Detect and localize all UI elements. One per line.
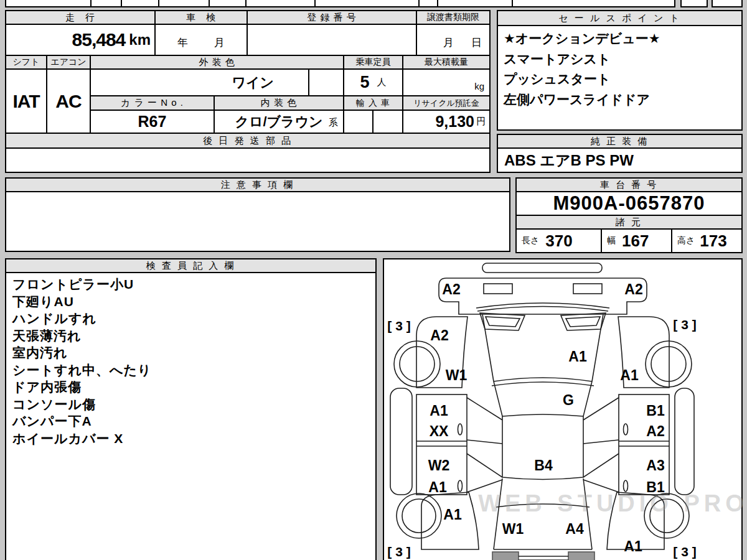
capacity-number: 5	[360, 73, 369, 92]
later-parts-value	[6, 149, 489, 172]
recycle-number: 9,130	[435, 113, 474, 131]
damage-code-label: A1	[430, 403, 448, 419]
sales-points-list: ★オークションデビュー★スマートアシストプッシュスタート左側パワースライドドア	[498, 29, 741, 110]
damage-code-label: A2	[646, 423, 664, 440]
import-header: 輸 入 車	[344, 96, 403, 111]
diagram-labels: A2A2[ 3 ][ 3 ]A2A1W1A1GA1XXB1A2W2A1B4A3B…	[384, 259, 741, 560]
registration-header: 登 録 番 号	[248, 11, 417, 25]
damage-code-label: B4	[534, 457, 552, 474]
import-value-2	[374, 111, 403, 134]
recycle-value: 9,130 円	[403, 111, 489, 134]
divider	[245, 0, 247, 6]
shaken-value: 年 月	[156, 25, 248, 56]
width-cell: 幅 167	[602, 230, 672, 252]
damage-code-label: [ 3 ]	[673, 317, 696, 332]
shift-value: IAT	[6, 70, 47, 134]
genuine-equipment-value: ABS エアB PS PW	[498, 149, 741, 172]
shaken-year-label: 年	[177, 35, 188, 50]
sales-points-box: セ ー ル ス ポ イ ン ト ★オークションデビュー★スマートアシストプッシュ…	[497, 10, 743, 131]
divider	[158, 0, 159, 6]
aircon-value: AC	[47, 70, 91, 134]
recycle-unit: 円	[476, 116, 486, 128]
divider	[418, 0, 420, 6]
diagram-box: WEB STUDIO PRO A2A2[ 3 ][ 3 ]A2A1W1A1GA1…	[383, 258, 743, 560]
auction-sheet: 走 行 車 検 登 録 番 号 譲渡書類期限 85,484 km 年 月 月 日…	[0, 0, 747, 560]
exterior-color-value: ワイン	[91, 70, 309, 96]
divider	[121, 0, 122, 6]
damage-code-label: A3	[646, 457, 664, 474]
capacity-header: 乗車定員	[344, 56, 403, 70]
damage-code-label: W1	[446, 367, 467, 384]
registration-value	[248, 25, 417, 56]
inspector-note-item: シートすれ中、へたり	[6, 362, 375, 379]
height-label: 高さ	[677, 235, 695, 246]
divider	[512, 0, 513, 6]
transfer-docs-value: 月 日	[417, 25, 489, 56]
interior-color-text: クロ/ブラウン	[235, 113, 322, 131]
damage-code-label: [ 3 ]	[673, 544, 696, 559]
recycle-header: リサイクル預託金	[403, 96, 489, 111]
inspector-box: 検 査 員 記 入 欄 フロントピラー小U下廻りAUハンドルすれ天張薄汚れ室内汚…	[5, 258, 377, 560]
sales-point-item: ★オークションデビュー★	[498, 29, 741, 49]
genuine-equipment-header: 純 正 装 備	[498, 135, 741, 149]
damage-code-label: A1	[443, 506, 461, 523]
damage-code-label: XX	[430, 423, 449, 440]
later-parts-header: 後 日 発 送 部 品	[6, 134, 489, 149]
shaken-header: 車 検	[156, 11, 248, 25]
transfer-month-label: 月	[443, 35, 454, 50]
length-label: 長さ	[522, 235, 539, 246]
inspector-note-item: バンパー下A	[6, 413, 375, 430]
interior-color-header: 内 装 色	[215, 96, 344, 111]
damage-code-label: A4	[565, 521, 583, 538]
divider	[90, 0, 92, 6]
height-value: 173	[700, 231, 726, 251]
divider	[209, 0, 210, 6]
notes-header: 注 意 事 項 欄	[6, 179, 509, 192]
notes-value	[6, 192, 509, 251]
inspector-note-item: 室内汚れ	[6, 344, 375, 362]
height-cell: 高さ 173	[672, 230, 741, 252]
cutoff-cell	[680, 0, 708, 7]
damage-code-label: A1	[428, 479, 446, 496]
sales-points-header: セ ー ル ス ポ イ ン ト	[498, 11, 741, 26]
damage-code-label: [ 3 ]	[387, 319, 410, 334]
max-load-header: 最大積載量	[403, 56, 489, 70]
damage-code-label: A1	[620, 367, 638, 384]
inspector-note-item: コンソール傷	[6, 396, 375, 413]
length-cell: 長さ 370	[517, 230, 602, 252]
dimensions-header: 諸 元	[517, 216, 741, 230]
sales-point-item: スマートアシスト	[498, 49, 741, 70]
mileage-unit: km	[129, 31, 151, 49]
damage-code-label: A2	[442, 281, 460, 298]
exterior-color-header: 外 装 色	[91, 56, 344, 70]
color-no-value: R67	[91, 111, 215, 134]
chassis-header: 車 台 番 号	[517, 179, 741, 192]
inspector-notes-list: フロントピラー小U下廻りAUハンドルすれ天張薄汚れ室内汚れシートすれ中、へたりド…	[6, 276, 375, 447]
capacity-value: 5 人	[344, 70, 403, 96]
inspector-note-item: 下廻りAU	[6, 293, 375, 310]
transfer-day-label: 日	[471, 35, 482, 50]
sales-point-item: プッシュスタート	[498, 69, 741, 90]
color-no-header: カ ラ ー N o .	[91, 96, 215, 111]
chassis-box: 車 台 番 号 M900A-0657870 諸 元 長さ 370 幅 167 高…	[515, 177, 743, 253]
width-value: 167	[622, 231, 649, 251]
inspector-note-item: ハンドルすれ	[6, 310, 375, 327]
damage-code-label: [ 3 ]	[387, 544, 410, 559]
mileage-header: 走 行	[6, 11, 156, 25]
shaken-month-label: 月	[214, 35, 225, 50]
max-load-value: kg	[403, 70, 489, 96]
divider	[314, 0, 316, 6]
spec-table: 走 行 車 検 登 録 番 号 譲渡書類期限 85,484 km 年 月 月 日…	[5, 10, 491, 173]
import-value-1	[344, 111, 374, 134]
damage-code-label: A1	[568, 348, 586, 365]
cutoff-cell	[712, 0, 743, 7]
notes-box: 注 意 事 項 欄	[5, 177, 510, 252]
inspector-note-item: ホイールカバー X	[6, 430, 375, 447]
exterior-color-extra	[309, 70, 344, 96]
mileage-number: 85,484	[72, 29, 126, 50]
damage-code-label: A2	[430, 327, 448, 344]
damage-code-label: W2	[428, 457, 450, 474]
aircon-header: エアコン	[47, 56, 91, 70]
sales-point-item: 左側パワースライドドア	[498, 90, 741, 110]
mileage-value: 85,484 km	[6, 25, 156, 56]
